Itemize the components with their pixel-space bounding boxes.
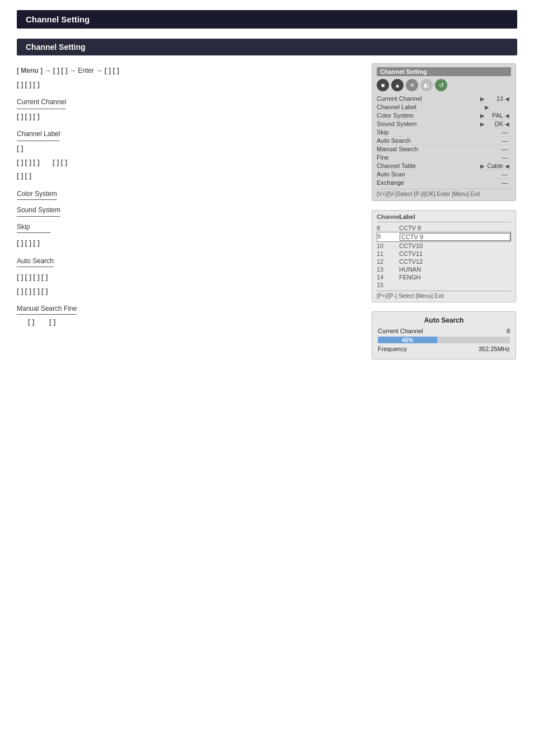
channel-number: 15 — [377, 282, 399, 288]
channel-number: 10 — [377, 242, 399, 249]
auto-search-progress-fill: 45% — [378, 337, 437, 343]
osd-row-value: — — [491, 179, 508, 186]
osd-icon-1: ■ — [377, 79, 389, 91]
channel-label-value: CCTV 8 — [399, 225, 511, 231]
osd-row-label: Exchange — [377, 179, 488, 186]
section-header: Channel Setting — [17, 39, 517, 55]
osd-row-arrow-left: ▶ — [485, 104, 489, 110]
channel-label-value — [399, 282, 511, 288]
note-manual-search: Manual Search Fine [ ] [ ] — [17, 303, 360, 328]
osd-row-arrow-left: ▶ — [480, 121, 485, 127]
col-header-channel: Channel — [377, 213, 399, 220]
channel-table-row: 11 CCTV11 — [377, 250, 511, 258]
channel-table-row: 10 CCTV10 — [377, 242, 511, 250]
instruction-auto-search-detail: [ ] [ ] [ ] [ ] [ ] [ ] [ ] [ ] — [17, 272, 360, 297]
channel-number: 8 — [377, 225, 399, 231]
instruction-block-channel-label: Channel Label [ ] [ ] [ ] [ ] [ ] [ ] [ … — [17, 128, 360, 182]
auto-search-frequency-value: 352.25MHz — [479, 346, 510, 352]
osd-row-value: — — [491, 137, 508, 144]
auto-search-frequency-label: Frequency — [378, 346, 407, 352]
osd-icon-4: ◐ — [420, 79, 433, 91]
osd-row-value: PAL — [486, 112, 503, 119]
osd-row-value: — — [491, 146, 508, 152]
osd-row-value: — — [491, 154, 508, 161]
left-column: [ Menu ] → [ ] [ ] → Enter → [ ] [ ] [ ]… — [17, 63, 360, 360]
channel-number: 13 — [377, 266, 399, 273]
instruction-block-1: [ Menu ] → [ ] [ ] → Enter → [ ] [ ] [ ]… — [17, 65, 360, 91]
channel-label-value: CCTV12 — [399, 258, 511, 265]
auto-search-progress-bar: 45% — [378, 337, 510, 343]
osd-row-arrow-left: ▶ — [480, 113, 485, 119]
osd-rows: Current Channel ▶ 13 ◀ Channel Label ▶ C… — [377, 95, 511, 186]
osd-row-label: Channel Label — [377, 104, 483, 110]
note-auto-search: Auto Search — [17, 255, 360, 267]
channel-table-row: 9 CCTV 9 — [377, 232, 511, 242]
auto-search-box: Auto Search Current Channel 8 45% Freque… — [372, 311, 516, 360]
osd-row-arrow-right: ◀ — [505, 113, 509, 119]
channel-table-row: 8 CCTV 8 — [377, 224, 511, 232]
channel-label-value: CCTV10 — [399, 242, 511, 249]
channel-label-value: FENGH — [399, 274, 511, 281]
osd-title: Channel Setting — [377, 67, 511, 76]
inst-line-1: [ Menu ] → [ ] [ ] → Enter → [ ] [ ] — [17, 65, 360, 77]
channel-table-footer: [P+]/[P-] Select [Menu] Exit — [377, 291, 511, 299]
channel-table-row: 13 HUNAN — [377, 265, 511, 273]
channel-table-rows: 8 CCTV 8 9 CCTV 9 10 CCTV10 11 CCTV11 12… — [377, 224, 511, 289]
channel-label-value: CCTV11 — [399, 250, 511, 257]
page: Channel Setting Channel Setting [ Menu ]… — [0, 0, 534, 756]
osd-row-arrow-left: ▶ — [480, 163, 485, 169]
osd-icon-3: ✕ — [406, 79, 418, 91]
osd-row: Fine — — [377, 153, 511, 162]
osd-row-value: Cable — [486, 162, 503, 169]
osd-row-label: Skip — [377, 129, 488, 136]
osd-row-label: Sound System — [377, 120, 479, 127]
auto-search-frequency-row: Frequency 352.25MHz — [378, 346, 510, 352]
osd-icon-2: ▲ — [391, 79, 404, 91]
channel-number: 9 — [377, 233, 400, 241]
channel-label-value: HUNAN — [399, 266, 511, 273]
channel-table-header: Channel Label — [377, 213, 511, 222]
channel-label-table: Channel Label 8 CCTV 8 9 CCTV 9 10 CCTV1… — [372, 210, 516, 302]
top-header: Channel Setting — [17, 10, 517, 29]
note-color-system: Color System — [17, 188, 360, 200]
channel-number: 11 — [377, 250, 399, 257]
osd-icons: ■ ▲ ✕ ◐ ↺ — [377, 79, 511, 91]
osd-row-value: DK — [486, 120, 503, 127]
channel-number: 14 — [377, 274, 399, 281]
osd-row-arrow-right: ◀ — [505, 163, 509, 169]
osd-row-label: Color System — [377, 112, 479, 119]
instruction-block-skip-detail: [ ] [ ] [ ] — [17, 237, 360, 250]
channel-number: 12 — [377, 258, 399, 265]
inst-line-2: [ ] [ ] [ ] — [17, 79, 360, 91]
osd-row: Auto Scan — — [377, 170, 511, 179]
osd-row: Auto Search — — [377, 137, 511, 145]
top-header-text: Channel Setting — [26, 15, 90, 24]
osd-row-label: Auto Scan — [377, 171, 488, 178]
osd-footer: [V+]/[V-]Select [P-]/[OK] Enter [Menu] E… — [377, 189, 511, 197]
channel-table-row: 14 FENGH — [377, 273, 511, 281]
osd-row: Skip — — [377, 128, 511, 137]
channel-label-value: CCTV 9 — [400, 233, 510, 241]
osd-row: Sound System ▶ DK ◀ — [377, 120, 511, 128]
osd-row-label: Auto Search — [377, 137, 488, 144]
section-header-text: Channel Setting — [26, 43, 86, 52]
osd-row-value: — — [491, 129, 508, 136]
channel-setting-osd: Channel Setting ■ ▲ ✕ ◐ ↺ Current Channe… — [372, 63, 516, 201]
channel-table-row: 15 — [377, 281, 511, 289]
osd-row-label: Manual Search — [377, 146, 488, 152]
osd-row-label: Channel Table — [377, 162, 479, 169]
osd-icon-5: ↺ — [435, 79, 447, 91]
osd-row: Current Channel ▶ 13 ◀ — [377, 95, 511, 103]
osd-row: Channel Table ▶ Cable ◀ — [377, 162, 511, 170]
osd-row: Color System ▶ PAL ◀ — [377, 111, 511, 120]
osd-row-arrow-right: ◀ — [505, 96, 509, 102]
col-header-label: Label — [399, 213, 511, 220]
osd-row-arrow-right: ◀ — [505, 121, 509, 127]
auto-search-channel-row: Current Channel 8 — [378, 328, 510, 334]
osd-row: Manual Search — — [377, 145, 511, 153]
instruction-block-current-channel: Current Channel [ ] [ ] [ ] — [17, 96, 360, 123]
note-sound-system: Sound System — [17, 204, 360, 216]
auto-search-title: Auto Search — [378, 316, 510, 324]
auto-search-channel-label: Current Channel — [378, 328, 423, 334]
main-content: [ Menu ] → [ ] [ ] → Enter → [ ] [ ] [ ]… — [17, 63, 517, 360]
